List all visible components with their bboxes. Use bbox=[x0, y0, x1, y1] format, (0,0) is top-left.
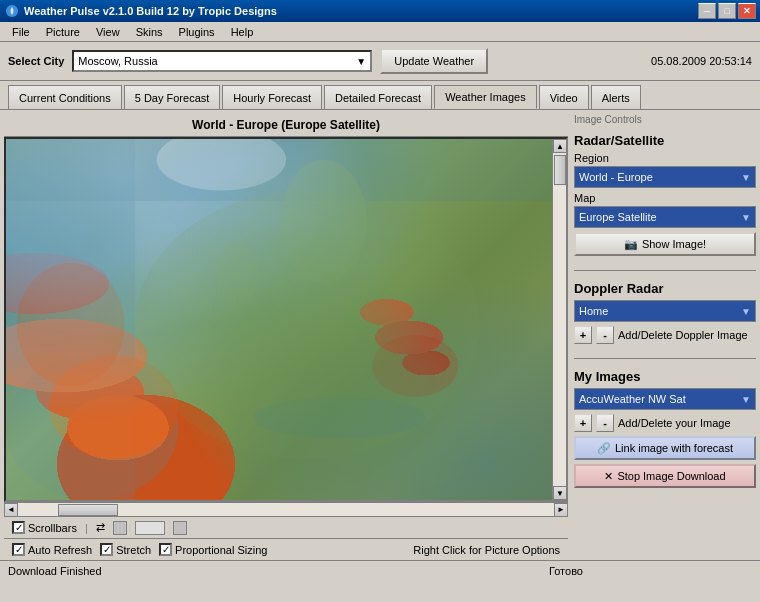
scroll-down-button[interactable]: ▼ bbox=[553, 486, 567, 500]
status-right: Готово bbox=[380, 565, 752, 577]
autorefresh-checkbox[interactable]: ✓ Auto Refresh bbox=[12, 543, 92, 556]
datetime: 05.08.2009 20:53:14 bbox=[651, 55, 752, 67]
menu-help[interactable]: Help bbox=[223, 24, 262, 40]
stretch-check[interactable]: ✓ bbox=[100, 543, 113, 556]
city-dropdown[interactable]: Moscow, Russia ▼ bbox=[72, 50, 372, 72]
doppler-minus-button[interactable]: - bbox=[596, 326, 614, 344]
autorefresh-check[interactable]: ✓ bbox=[12, 543, 25, 556]
update-weather-button[interactable]: Update Weather bbox=[380, 48, 488, 74]
bottom-status-bar: Download Finished Готово bbox=[0, 560, 760, 580]
my-images-controls: + - Add/Delete your Image bbox=[574, 414, 756, 432]
region-label: Region bbox=[574, 152, 756, 164]
proportional-label: Proportional Sizing bbox=[175, 544, 267, 556]
scroll-track-h bbox=[18, 503, 554, 517]
svg-point-5 bbox=[135, 191, 480, 459]
my-images-section: My Images AccuWeather NW Sat ▼ + - Add/D… bbox=[574, 369, 756, 488]
title-bar-text: Weather Pulse v2.1.0 Build 12 by Tropic … bbox=[24, 5, 698, 17]
my-images-dropdown-arrow: ▼ bbox=[741, 394, 751, 405]
my-images-dropdown[interactable]: AccuWeather NW Sat ▼ bbox=[574, 388, 756, 410]
scroll-left-button[interactable]: ◄ bbox=[4, 503, 18, 517]
show-image-button[interactable]: 📷 Show Image! bbox=[574, 232, 756, 256]
tab-alerts[interactable]: Alerts bbox=[591, 85, 641, 109]
show-image-label: Show Image! bbox=[642, 238, 706, 250]
scroll-thumb-h[interactable] bbox=[58, 504, 118, 516]
separator-2 bbox=[574, 358, 756, 359]
menu-skins[interactable]: Skins bbox=[128, 24, 171, 40]
region-dropdown-arrow: ▼ bbox=[741, 172, 751, 183]
my-images-value: AccuWeather NW Sat bbox=[579, 393, 686, 405]
tab-hourly-forecast[interactable]: Hourly Forecast bbox=[222, 85, 322, 109]
right-click-label: Right Click for Picture Options bbox=[413, 544, 560, 556]
image-title: World - Europe (Europe Satellite) bbox=[4, 114, 568, 137]
proportional-checkbox[interactable]: ✓ Proportional Sizing bbox=[159, 543, 267, 556]
stretch-label: Stretch bbox=[116, 544, 151, 556]
radar-section: Radar/Satellite Region World - Europe ▼ … bbox=[574, 133, 756, 260]
map-dropdown-arrow: ▼ bbox=[741, 212, 751, 223]
tab-current-conditions[interactable]: Current Conditions bbox=[8, 85, 122, 109]
scroll-left-icon[interactable] bbox=[113, 521, 127, 535]
svg-rect-2 bbox=[6, 139, 566, 201]
scroll-bar-mini bbox=[135, 521, 165, 535]
maximize-button[interactable]: □ bbox=[718, 3, 736, 19]
doppler-value: Home bbox=[579, 305, 608, 317]
city-value: Moscow, Russia bbox=[78, 55, 157, 67]
tab-weather-images[interactable]: Weather Images bbox=[434, 85, 537, 109]
radar-heading: Radar/Satellite bbox=[574, 133, 756, 148]
scroll-up-button[interactable]: ▲ bbox=[553, 139, 567, 153]
stop-download-button[interactable]: ✕ Stop Image Download bbox=[574, 464, 756, 488]
doppler-add-button[interactable]: + bbox=[574, 326, 592, 344]
main-content: World - Europe (Europe Satellite) bbox=[0, 110, 760, 560]
link-image-button[interactable]: 🔗 Link image with forecast bbox=[574, 436, 756, 460]
scroll-right-button[interactable]: ► bbox=[554, 503, 568, 517]
tab-bar: Current Conditions 5 Day Forecast Hourly… bbox=[0, 81, 760, 110]
title-bar-controls: ─ □ ✕ bbox=[698, 3, 756, 19]
autorefresh-label: Auto Refresh bbox=[28, 544, 92, 556]
svg-point-7 bbox=[17, 263, 125, 387]
stretch-checkbox[interactable]: ✓ Stretch bbox=[100, 543, 151, 556]
tab-5day-forecast[interactable]: 5 Day Forecast bbox=[124, 85, 221, 109]
map-image bbox=[6, 139, 566, 500]
doppler-dropdown[interactable]: Home ▼ bbox=[574, 300, 756, 322]
toolbar: Select City Moscow, Russia ▼ Update Weat… bbox=[0, 42, 760, 81]
doppler-heading: Doppler Radar bbox=[574, 281, 756, 296]
menu-file[interactable]: File bbox=[4, 24, 38, 40]
horizontal-scrollbar[interactable]: ◄ ► bbox=[4, 502, 568, 516]
my-images-heading: My Images bbox=[574, 369, 756, 384]
status-bar-2: ✓ Auto Refresh ✓ Stretch ✓ Proportional … bbox=[4, 538, 568, 560]
map-dropdown[interactable]: Europe Satellite ▼ bbox=[574, 206, 756, 228]
close-button[interactable]: ✕ bbox=[738, 3, 756, 19]
link-icon: 🔗 bbox=[597, 442, 611, 455]
doppler-add-label: Add/Delete Doppler Image bbox=[618, 329, 748, 341]
scroll-right-icon[interactable] bbox=[173, 521, 187, 535]
menu-view[interactable]: View bbox=[88, 24, 128, 40]
menu-picture[interactable]: Picture bbox=[38, 24, 88, 40]
stop-label: Stop Image Download bbox=[617, 470, 725, 482]
tab-detailed-forecast[interactable]: Detailed Forecast bbox=[324, 85, 432, 109]
proportional-check[interactable]: ✓ bbox=[159, 543, 172, 556]
my-images-minus-button[interactable]: - bbox=[596, 414, 614, 432]
minimize-button[interactable]: ─ bbox=[698, 3, 716, 19]
tab-video[interactable]: Video bbox=[539, 85, 589, 109]
region-dropdown[interactable]: World - Europe ▼ bbox=[574, 166, 756, 188]
menu-bar: File Picture View Skins Plugins Help bbox=[0, 22, 760, 42]
city-dropdown-arrow: ▼ bbox=[356, 56, 366, 67]
scrollbars-label: Scrollbars bbox=[28, 522, 77, 534]
region-value: World - Europe bbox=[579, 171, 653, 183]
doppler-controls: + - Add/Delete Doppler Image bbox=[574, 326, 756, 344]
svg-point-4 bbox=[157, 139, 286, 191]
vertical-scrollbar[interactable]: ▲ ▼ bbox=[552, 139, 566, 500]
menu-plugins[interactable]: Plugins bbox=[171, 24, 223, 40]
scroll-icon[interactable]: ⇄ bbox=[96, 521, 105, 534]
status-left: Download Finished bbox=[8, 565, 380, 577]
my-images-add-button[interactable]: + bbox=[574, 414, 592, 432]
camera-icon: 📷 bbox=[624, 238, 638, 251]
svg-point-9 bbox=[281, 160, 367, 284]
scroll-thumb-v[interactable] bbox=[554, 155, 566, 185]
scrollbars-check[interactable]: ✓ bbox=[12, 521, 25, 534]
my-images-add-label: Add/Delete your Image bbox=[618, 417, 731, 429]
divider-1: | bbox=[85, 522, 88, 534]
separator-1 bbox=[574, 270, 756, 271]
svg-point-11 bbox=[216, 242, 259, 304]
scrollbars-checkbox[interactable]: ✓ Scrollbars bbox=[12, 521, 77, 534]
select-city-label: Select City bbox=[8, 55, 64, 67]
